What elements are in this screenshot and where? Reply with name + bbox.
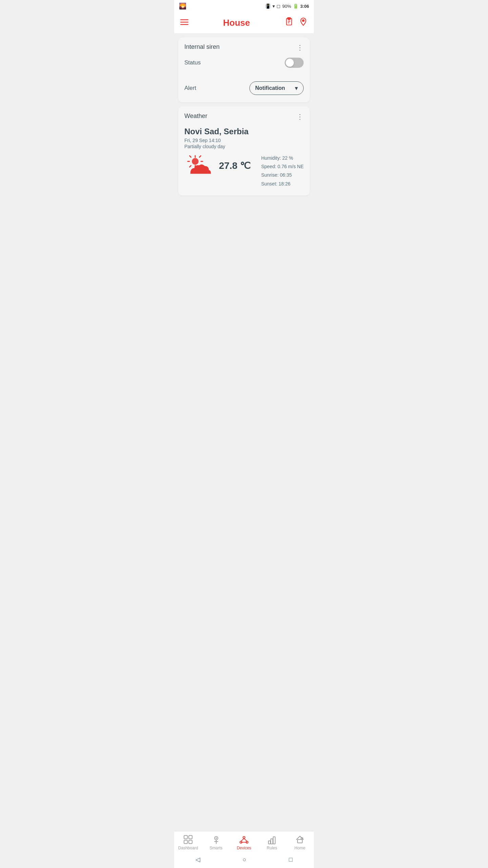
weather-icon [184,154,215,177]
rules-icon [267,835,277,844]
sunrise: Sunrise: 06:35 [261,171,304,179]
smarts-label: Smarts [210,846,223,850]
svg-rect-20 [184,840,187,844]
menu-button[interactable] [180,18,188,28]
svg-line-16 [200,156,201,157]
notification-dropdown-text: Notification [255,85,285,91]
weather-left: 27.8 ℃ [184,154,250,177]
svg-rect-1 [180,22,188,23]
alert-label: Alert [184,85,196,92]
devices-icon [239,835,249,844]
svg-rect-33 [298,840,302,843]
dashboard-icon [183,835,193,844]
svg-line-17 [190,166,191,167]
nav-smarts[interactable]: Smarts [202,835,230,850]
status-bar: 🌄 📳 ▾ ◻ 90% 🔋 3:06 [174,0,314,12]
main-content: Internal siren ⋮ Status Alert Notificati… [174,33,314,831]
sunset: Sunset: 18:26 [261,180,304,188]
weather-card-title: Weather [184,113,207,120]
weather-description: Partially cloudy day [184,144,304,149]
home-button[interactable]: ○ [243,856,246,863]
home-icon [295,835,305,844]
back-button[interactable]: ◁ [196,856,200,863]
nav-devices[interactable]: Devices [230,835,258,850]
nav-home[interactable]: Home [286,835,314,850]
header-actions [285,17,308,28]
svg-rect-32 [273,837,275,844]
svg-point-24 [243,836,245,839]
svg-rect-31 [271,839,273,844]
location-button[interactable] [299,17,308,28]
siren-more-button[interactable]: ⋮ [297,43,304,52]
status-toggle[interactable] [285,58,304,68]
svg-rect-30 [268,841,270,844]
svg-line-27 [241,839,244,841]
battery-percent: 90% [282,4,291,9]
siren-status-row: Status [184,58,304,68]
svg-rect-21 [189,840,192,844]
nav-dashboard[interactable]: Dashboard [174,835,202,850]
recent-button[interactable]: □ [289,856,292,863]
toggle-slider [285,58,304,68]
chevron-down-icon: ▾ [295,84,298,92]
svg-rect-0 [180,19,188,20]
rules-label: Rules [267,846,277,850]
notification-dropdown[interactable]: Notification ▾ [249,81,304,95]
svg-line-28 [244,839,247,841]
weather-card: Weather ⋮ Novi Sad, Serbia Fri, 29 Sep 1… [178,106,310,196]
status-bar-left: 🌄 [179,2,186,10]
siren-card: Internal siren ⋮ Status Alert Notificati… [178,37,310,102]
wifi-icon: ▾ [272,3,275,9]
weather-card-header: Weather ⋮ [184,113,304,121]
siren-card-title: Internal siren [184,43,220,51]
svg-line-14 [190,156,191,157]
smarts-icon [211,835,221,844]
app-header: House [174,12,314,33]
status-bar-right: 📳 ▾ ◻ 90% 🔋 3:06 [265,3,309,9]
siren-card-header: Internal siren ⋮ [184,43,304,52]
system-navigation: ◁ ○ □ [174,852,314,868]
weather-details: Humidity: 22 % Speed: 0.76 m/s NE Sunris… [261,154,304,188]
weather-temperature: 27.8 ℃ [219,160,250,171]
status-label: Status [184,59,201,66]
weather-main: 27.8 ℃ Humidity: 22 % Speed: 0.76 m/s NE… [184,154,304,188]
svg-point-9 [192,158,199,165]
weather-location: Novi Sad, Serbia [184,127,304,136]
vibrate-icon: 📳 [265,3,271,9]
clipboard-button[interactable] [285,17,293,28]
battery-icon: 🔋 [293,3,299,9]
wind-speed: Speed: 0.76 m/s NE [261,162,304,171]
bottom-navigation: Dashboard Smarts Devices Rules [174,831,314,852]
page-title: House [223,18,250,28]
alert-row: Alert Notification ▾ [184,81,304,95]
dashboard-label: Dashboard [178,846,198,850]
weather-temp-row: 27.8 ℃ [184,154,250,177]
svg-point-8 [302,20,304,21]
svg-rect-19 [189,835,192,839]
time-display: 3:06 [300,4,309,9]
devices-label: Devices [237,846,251,850]
signal-icon: ◻ [277,3,281,9]
weather-date: Fri, 29 Sep 14:10 [184,138,304,143]
home-label: Home [294,846,305,850]
photo-icon: 🌄 [179,2,186,10]
weather-more-button[interactable]: ⋮ [297,113,304,121]
svg-rect-18 [184,835,187,839]
svg-rect-7 [288,18,291,19]
svg-rect-2 [180,24,188,25]
svg-point-23 [216,837,217,839]
nav-rules[interactable]: Rules [258,835,286,850]
humidity: Humidity: 22 % [261,154,304,162]
